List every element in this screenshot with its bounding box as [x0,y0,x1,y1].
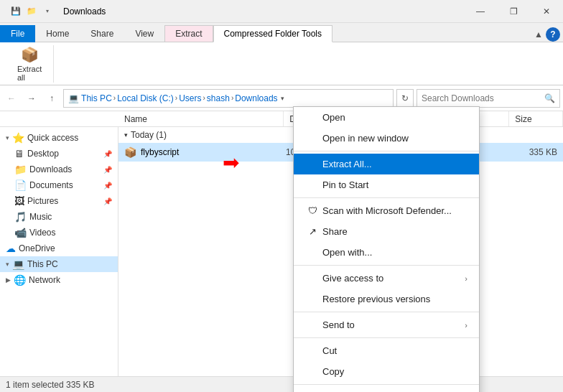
ctx-send-to-label: Send to [322,319,355,330]
pc-icon: 💻 [68,93,79,103]
ctx-give-access[interactable]: Give access to › [294,268,479,289]
ctx-share-label: Share [322,226,348,237]
ctx-copy-label: Copy [322,366,344,377]
onedrive-icon: ☁ [6,243,16,254]
quickaccess-icon: ⭐ [12,132,24,144]
sidebar-label-videos: Videos [29,228,55,238]
desktop-icon: 🖥 [14,148,24,159]
path-segment-shash[interactable]: shash [207,93,230,103]
help-button[interactable]: ? [546,27,560,42]
sidebar-item-onedrive[interactable]: ☁ OneDrive [0,241,118,256]
zip-file-icon: 📦 [124,146,136,158]
title-text: Downloads [63,6,106,17]
ctx-sep-2 [294,197,479,198]
path-segment-localdisk[interactable]: Local Disk (C:) [117,93,174,103]
refresh-button[interactable]: ↻ [396,89,414,108]
path-segment-downloads[interactable]: Downloads [235,93,277,103]
ctx-share[interactable]: ↗ Share [294,221,479,242]
sidebar-item-documents[interactable]: 📄 Documents 📌 [0,177,118,193]
extract-label: Extractall [17,65,42,82]
ribbon-extract-all-btn[interactable]: 📦 Extractall [11,43,47,85]
sidebar-label-pictures: Pictures [27,196,58,206]
file-name: flybyscript [141,147,179,157]
quick-new-btn[interactable]: 📁 [24,4,39,19]
forward-button[interactable]: → [23,90,40,107]
search-input[interactable] [422,93,544,103]
minimize-button[interactable]: — [464,0,497,23]
tab-compressed-folder-tools[interactable]: Compressed Folder Tools [213,25,333,42]
sidebar-item-videos[interactable]: 📹 Videos [0,225,118,241]
quick-access-toolbar: 💾 📁 ▾ [9,4,55,19]
sidebar-item-desktop[interactable]: 🖥 Desktop 📌 [0,146,118,162]
sidebar-item-pictures[interactable]: 🖼 Pictures 📌 [0,193,118,209]
ribbon-extract-group: 📦 Extractall [6,45,54,83]
ctx-open-with[interactable]: Open with... [294,242,479,263]
give-access-arrow: › [465,274,467,283]
ribbon-tabs: File Home Share View Extract Compressed … [0,23,563,42]
defender-icon: 🛡 [305,205,320,216]
col-header-size[interactable]: Size [509,111,563,126]
expand-icon-network: ▶ [6,276,11,284]
expand-icon: ▾ [6,134,9,141]
path-dropdown-arrow[interactable]: ▾ [281,95,284,102]
window-controls: — ❐ ✕ [464,0,563,23]
context-menu: Open Open in new window Extract All... P… [293,106,480,392]
ctx-extract-all[interactable]: Extract All... [294,154,479,174]
pictures-icon: 🖼 [14,195,24,207]
music-icon: 🎵 [14,211,27,223]
extract-icon: 📦 [21,46,39,63]
ctx-cut[interactable]: Cut [294,340,479,361]
ctx-scan-defender[interactable]: 🛡 Scan with Microsoft Defender... [294,200,479,221]
sidebar-label-thispc: This PC [27,259,58,269]
back-button[interactable]: ← [3,90,20,107]
ctx-create-shortcut[interactable]: Create shortcut [294,387,479,392]
group-label-today: Today (1) [131,130,167,140]
sidebar-item-music[interactable]: 🎵 Music [0,209,118,225]
ctx-sep-6 [294,384,479,385]
search-box[interactable]: 🔍 [417,89,560,108]
quick-dropdown[interactable]: ▾ [40,4,55,19]
group-expand-icon[interactable]: ▾ [124,131,128,139]
ctx-send-to[interactable]: Send to › [294,314,479,335]
ctx-open[interactable]: Open [294,107,479,128]
ctx-pin-to-start[interactable]: Pin to Start [294,174,479,195]
restore-button[interactable]: ❐ [497,0,530,23]
search-icon: 🔍 [544,93,555,103]
tab-view[interactable]: View [124,25,164,42]
ctx-copy[interactable]: Copy [294,361,479,382]
ctx-scan-label: Scan with Microsoft Defender... [322,205,452,216]
sidebar-label-documents: Documents [29,180,73,190]
pin-icon-downloads: 📌 [103,166,112,174]
ctx-open-new-window[interactable]: Open in new window [294,128,479,149]
ctx-sep-1 [294,151,479,151]
downloads-icon: 📁 [14,164,27,175]
close-button[interactable]: ✕ [530,0,563,23]
tab-share[interactable]: Share [80,25,124,42]
sidebar-label-network: Network [29,275,60,285]
path-segment-users[interactable]: Users [179,93,201,103]
tab-file[interactable]: File [0,25,35,42]
sidebar-item-thispc[interactable]: ▾ 💻 This PC [0,256,118,272]
sidebar-item-downloads[interactable]: 📁 Downloads 📌 [0,162,118,177]
sidebar-label-quickaccess: Quick access [27,133,78,143]
sidebar-item-quickaccess[interactable]: ▾ ⭐ Quick access [0,130,118,146]
ribbon: File Home Share View Extract Compressed … [0,23,563,85]
ribbon-collapse-btn[interactable]: ▲ [534,29,543,39]
tab-extract[interactable]: Extract [164,25,213,42]
pin-icon-pictures: 📌 [103,197,112,205]
tab-home[interactable]: Home [35,25,80,42]
ctx-restore-versions[interactable]: Restore previous versions [294,289,479,309]
status-text: 1 item selected 335 KB [6,380,94,390]
col-header-name[interactable]: Name [118,111,284,126]
ctx-open-new-window-label: Open in new window [322,133,409,144]
expand-icon-thispc: ▾ [6,261,9,268]
address-path[interactable]: 💻 This PC › Local Disk (C:) › Users › sh… [63,89,394,108]
sidebar-label-music: Music [29,212,52,222]
share-icon: ↗ [305,226,320,237]
up-button[interactable]: ↑ [43,90,60,107]
documents-icon: 📄 [14,179,27,191]
quick-save-btn[interactable]: 💾 [9,4,23,19]
ctx-pin-label: Pin to Start [322,179,368,190]
sidebar-item-network[interactable]: ▶ 🌐 Network [0,272,118,288]
path-segment-thispc[interactable]: 💻 This PC [68,93,112,103]
